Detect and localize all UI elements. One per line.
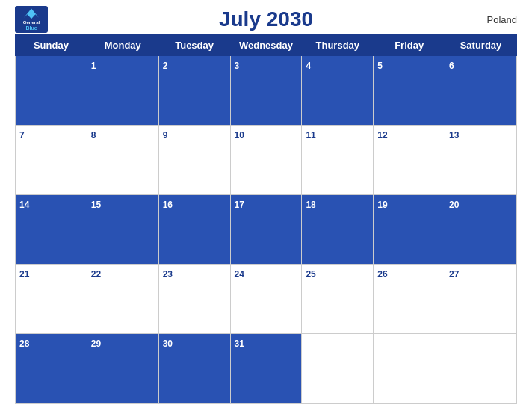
calendar-day: 3 bbox=[230, 56, 302, 126]
calendar-day: 24 bbox=[230, 265, 302, 334]
logo-bird-icon bbox=[20, 7, 43, 20]
col-thursday: Thursday bbox=[302, 35, 374, 56]
calendar-day: 19 bbox=[374, 195, 445, 265]
day-number: 21 bbox=[19, 269, 29, 279]
calendar-week-row: 14151617181920 bbox=[16, 195, 517, 265]
calendar-day: 6 bbox=[445, 56, 517, 126]
calendar-day: 20 bbox=[445, 195, 517, 265]
calendar-day: 9 bbox=[158, 126, 230, 195]
calendar-day: 21 bbox=[16, 265, 87, 334]
calendar-day: 5 bbox=[374, 56, 445, 126]
calendar-day: 29 bbox=[87, 334, 158, 404]
day-number: 14 bbox=[19, 200, 29, 210]
col-monday: Monday bbox=[87, 35, 158, 56]
calendar-day: 7 bbox=[16, 126, 87, 195]
calendar-day: 31 bbox=[230, 334, 302, 404]
calendar-table: Sunday Monday Tuesday Wednesday Thursday… bbox=[15, 34, 517, 404]
day-number: 24 bbox=[235, 269, 244, 279]
day-number: 1 bbox=[91, 61, 96, 71]
calendar-day: 12 bbox=[374, 126, 445, 195]
calendar-day: 4 bbox=[302, 56, 374, 126]
calendar-day: 13 bbox=[445, 126, 517, 195]
day-number: 16 bbox=[163, 200, 173, 210]
col-sunday: Sunday bbox=[16, 35, 87, 56]
calendar-day: 28 bbox=[16, 334, 87, 404]
day-number: 23 bbox=[163, 269, 173, 279]
col-saturday: Saturday bbox=[445, 35, 517, 56]
calendar-day: 22 bbox=[87, 265, 158, 334]
calendar-week-row: 78910111213 bbox=[16, 126, 517, 195]
day-number: 13 bbox=[449, 130, 459, 140]
day-number: 4 bbox=[306, 61, 311, 71]
day-number: 10 bbox=[235, 130, 244, 140]
calendar-day: 10 bbox=[230, 126, 302, 195]
calendar-header: General Blue July 2030 Poland bbox=[15, 7, 517, 31]
day-number: 29 bbox=[91, 339, 101, 349]
col-tuesday: Tuesday bbox=[158, 35, 230, 56]
logo-box: General Blue bbox=[15, 6, 48, 33]
calendar-day: 2 bbox=[158, 56, 230, 126]
day-number: 8 bbox=[91, 130, 96, 140]
day-number: 6 bbox=[449, 61, 454, 71]
country-label: Poland bbox=[487, 14, 517, 25]
calendar-day: 14 bbox=[16, 195, 87, 265]
day-number: 20 bbox=[449, 200, 459, 210]
logo-blue-text: Blue bbox=[25, 25, 37, 31]
day-number: 26 bbox=[377, 269, 387, 279]
day-number: 12 bbox=[377, 130, 387, 140]
calendar-day bbox=[16, 56, 87, 126]
calendar-day: 15 bbox=[87, 195, 158, 265]
calendar-day: 8 bbox=[87, 126, 158, 195]
day-number: 11 bbox=[306, 130, 315, 140]
day-number: 15 bbox=[91, 200, 101, 210]
day-number: 30 bbox=[163, 339, 173, 349]
day-number: 28 bbox=[19, 339, 29, 349]
day-number: 7 bbox=[19, 130, 25, 140]
day-number: 5 bbox=[377, 61, 383, 71]
day-number: 2 bbox=[163, 61, 168, 71]
day-number: 22 bbox=[91, 269, 101, 279]
col-friday: Friday bbox=[374, 35, 445, 56]
calendar-day: 18 bbox=[302, 195, 374, 265]
calendar-day: 26 bbox=[374, 265, 445, 334]
svg-marker-0 bbox=[24, 9, 39, 19]
calendar-title: July 2030 bbox=[219, 7, 313, 31]
day-number: 27 bbox=[449, 269, 459, 279]
calendar-body: 1234567891011121314151617181920212223242… bbox=[16, 56, 517, 404]
calendar-day: 1 bbox=[87, 56, 158, 126]
calendar-day: 11 bbox=[302, 126, 374, 195]
day-number: 25 bbox=[306, 269, 315, 279]
calendar-day: 17 bbox=[230, 195, 302, 265]
calendar-day: 23 bbox=[158, 265, 230, 334]
day-number: 18 bbox=[306, 200, 315, 210]
weekday-header-row: Sunday Monday Tuesday Wednesday Thursday… bbox=[16, 35, 517, 56]
calendar-week-row: 21222324252627 bbox=[16, 265, 517, 334]
calendar-day: 25 bbox=[302, 265, 374, 334]
day-number: 19 bbox=[377, 200, 387, 210]
calendar-day: 16 bbox=[158, 195, 230, 265]
calendar-day: 27 bbox=[445, 265, 517, 334]
calendar-week-row: 28293031 bbox=[16, 334, 517, 404]
calendar-day bbox=[445, 334, 517, 404]
logo: General Blue bbox=[15, 6, 48, 33]
day-number: 9 bbox=[163, 130, 168, 140]
day-number: 3 bbox=[235, 61, 240, 71]
col-wednesday: Wednesday bbox=[230, 35, 302, 56]
day-number: 17 bbox=[235, 200, 244, 210]
calendar-day: 30 bbox=[158, 334, 230, 404]
calendar-day bbox=[302, 334, 374, 404]
day-number: 31 bbox=[235, 339, 244, 349]
calendar-week-row: 123456 bbox=[16, 56, 517, 126]
calendar-day bbox=[374, 334, 445, 404]
